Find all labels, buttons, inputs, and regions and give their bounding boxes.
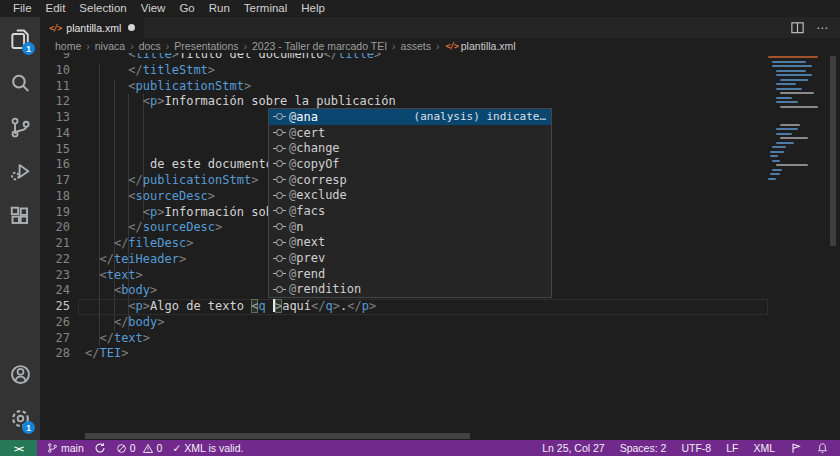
code-line[interactable]: </titleStmt> xyxy=(85,63,840,79)
code-line[interactable]: <title>Título del documento</title> xyxy=(85,53,840,63)
suggestion-item[interactable]: @ana(analysis) indicate… xyxy=(269,109,551,125)
minimap-line xyxy=(772,61,806,63)
minimap-line xyxy=(780,106,818,108)
feedback-icon[interactable] xyxy=(790,442,802,454)
account-icon xyxy=(8,362,33,387)
minimap[interactable] xyxy=(768,56,826,196)
vertical-scrollbar[interactable] xyxy=(830,56,836,246)
breadcrumb-item[interactable]: 2023 - Taller de marcado TEI xyxy=(251,40,388,52)
search-button[interactable] xyxy=(0,61,40,105)
branch-item[interactable]: main xyxy=(47,442,84,454)
encoding[interactable]: UTF-8 xyxy=(681,442,711,454)
menu-item-view[interactable]: View xyxy=(134,0,173,17)
suggestion-prefix: @ xyxy=(289,282,296,296)
suggestion-label: cert xyxy=(296,126,325,140)
xml-validation-item[interactable]: ✓ XML is valid. xyxy=(172,442,243,454)
line-number: 21 xyxy=(40,236,70,252)
minimap-line xyxy=(776,88,802,90)
sync-button[interactable] xyxy=(94,442,106,454)
suggestion-label: next xyxy=(296,235,325,249)
source-control-icon xyxy=(8,115,33,140)
attribute-kind-icon xyxy=(276,223,283,230)
suggestion-item[interactable]: @facs xyxy=(269,203,551,219)
code-token xyxy=(85,331,99,345)
account-button[interactable] xyxy=(0,352,40,396)
code-token: > xyxy=(179,252,186,266)
vscode-window: FileEditSelectionViewGoRunTerminalHelp 1 xyxy=(0,0,840,456)
menu-item-go[interactable]: Go xyxy=(172,0,201,17)
split-editor-icon[interactable] xyxy=(790,20,805,35)
menu-item-run[interactable]: Run xyxy=(202,0,237,17)
suggestion-item[interactable]: @exclude xyxy=(269,187,551,203)
code-token xyxy=(85,79,128,93)
run-debug-button[interactable] xyxy=(0,149,40,193)
settings-badge: 1 xyxy=(22,421,35,434)
suggestion-prefix: @ xyxy=(289,267,296,281)
indentation[interactable]: Spaces: 2 xyxy=(620,442,667,454)
modified-dot-icon[interactable] xyxy=(128,24,135,31)
extensions-button[interactable] xyxy=(0,193,40,237)
cursor-position[interactable]: Ln 25, Col 27 xyxy=(542,442,604,454)
suggestion-item[interactable]: @n xyxy=(269,219,551,235)
suggestion-label: n xyxy=(296,220,303,234)
eol-sequence[interactable]: LF xyxy=(726,442,738,454)
breadcrumb-separator-icon: › xyxy=(388,40,400,52)
menu-item-file[interactable]: File xyxy=(6,0,39,17)
suggestion-item[interactable]: @rend xyxy=(269,266,551,282)
menu-item-help[interactable]: Help xyxy=(294,0,332,17)
suggestion-label: facs xyxy=(296,204,325,218)
suggestion-item[interactable]: @change xyxy=(269,140,551,156)
suggestion-item[interactable]: @corresp xyxy=(269,172,551,188)
suggestion-prefix: @ xyxy=(289,188,296,202)
breadcrumb-file[interactable]: plantilla.xml xyxy=(461,40,516,52)
remote-indicator[interactable]: >< xyxy=(0,440,37,456)
code-line[interactable]: <publicationStmt> xyxy=(85,79,840,95)
code-token: fileDesc xyxy=(128,236,186,250)
menu-item-terminal[interactable]: Terminal xyxy=(237,0,294,17)
code-token: > xyxy=(215,220,222,234)
code-line[interactable]: </TEI> xyxy=(85,346,840,362)
suggestion-item[interactable]: @rendition xyxy=(269,282,551,298)
more-actions-icon[interactable]: ⋯ xyxy=(816,23,829,33)
breadcrumb-item[interactable]: Presentations xyxy=(173,40,239,52)
explorer-button[interactable]: 1 xyxy=(0,17,40,61)
bell-icon[interactable] xyxy=(817,442,828,454)
code-token: aquí xyxy=(282,299,311,313)
menu-item-selection[interactable]: Selection xyxy=(72,0,133,17)
code-line[interactable]: </text> xyxy=(85,331,840,347)
breadcrumb-item[interactable]: docs xyxy=(138,40,162,52)
code-line[interactable]: </body> xyxy=(85,315,840,331)
attribute-kind-icon xyxy=(276,239,283,246)
source-control-button[interactable] xyxy=(0,105,40,149)
menu-item-edit[interactable]: Edit xyxy=(39,0,73,17)
breadcrumb-item[interactable]: assets xyxy=(400,40,432,52)
code-token: < xyxy=(128,299,135,313)
line-number: 24 xyxy=(40,283,70,299)
suggestion-item[interactable]: @next xyxy=(269,235,551,251)
suggestion-item[interactable]: @cert xyxy=(269,125,551,141)
run-debug-icon xyxy=(8,159,33,184)
breadcrumb-item[interactable]: home xyxy=(54,40,82,52)
editor-pane[interactable]: 910111213141516171819202122232425262728 … xyxy=(40,53,840,440)
remote-icon: >< xyxy=(14,443,23,454)
attribute-kind-icon xyxy=(276,192,283,199)
attribute-kind-icon xyxy=(276,113,283,120)
problems-item[interactable]: 0 0 xyxy=(116,442,163,454)
tab-plantilla-xml[interactable]: </> plantilla.xml xyxy=(40,17,144,38)
code-token xyxy=(85,220,128,234)
horizontal-scrollbar[interactable] xyxy=(85,433,470,439)
suggestion-item[interactable]: @prev xyxy=(269,250,551,266)
breadcrumb-item[interactable]: nivaca xyxy=(94,40,126,52)
language-mode[interactable]: XML xyxy=(753,442,775,454)
attribute-kind-icon xyxy=(276,207,283,214)
suggestion-label: prev xyxy=(296,251,325,265)
suggestion-item[interactable]: @copyOf xyxy=(269,156,551,172)
code-line[interactable]: <p>Algo de texto <q >aquí</q>.</p> xyxy=(85,299,840,315)
code-token: Algo de texto xyxy=(150,299,251,313)
line-number: 18 xyxy=(40,189,70,205)
line-number: 16 xyxy=(40,157,70,173)
suggestion-label: corresp xyxy=(296,173,347,187)
warnings-icon xyxy=(142,443,154,454)
code-token: </ xyxy=(323,53,337,61)
settings-button[interactable]: 1 xyxy=(0,396,40,440)
